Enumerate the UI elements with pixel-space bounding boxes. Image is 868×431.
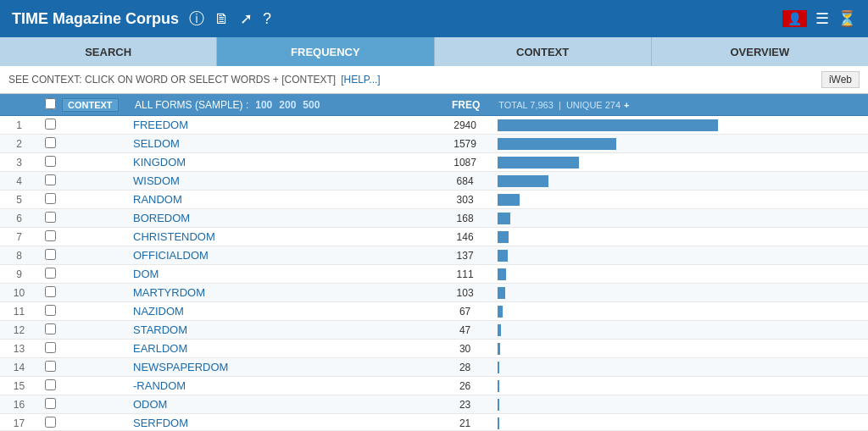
- row-checkbox[interactable]: [45, 156, 56, 167]
- toolbar: SEE CONTEXT: CLICK ON WORD OR SELECT WOR…: [0, 66, 868, 94]
- cell-check[interactable]: [38, 193, 62, 207]
- sample-200-link[interactable]: 200: [279, 99, 296, 111]
- cell-check[interactable]: [38, 137, 62, 151]
- cell-word[interactable]: WISDOM: [130, 174, 437, 187]
- table-header: CONTEXT ALL FORMS (SAMPLE) : 100 200 500…: [0, 94, 868, 116]
- export-icon[interactable]: ➚: [240, 9, 253, 28]
- frequency-bar: [498, 399, 499, 411]
- list-icon[interactable]: ☰: [815, 9, 829, 28]
- cell-check[interactable]: [38, 119, 62, 132]
- table-row: 6 BOREDOM 168: [0, 209, 868, 228]
- cell-freq: 146: [437, 231, 492, 243]
- cell-check[interactable]: [38, 361, 62, 374]
- row-checkbox[interactable]: [45, 417, 56, 428]
- cell-bar-area: [492, 287, 868, 299]
- tab-overview[interactable]: OVERVIEW: [652, 37, 868, 66]
- cell-word[interactable]: NEWSPAPERDOM: [130, 361, 437, 373]
- cell-freq: 30: [437, 343, 492, 355]
- cell-check[interactable]: [38, 305, 62, 318]
- row-checkbox[interactable]: [45, 212, 56, 223]
- nav-tabs: SEARCH FREQUENCY CONTEXT OVERVIEW: [0, 37, 868, 66]
- help-icon[interactable]: ?: [263, 10, 271, 28]
- cell-word[interactable]: STARDOM: [130, 323, 437, 336]
- cell-num: 15: [0, 380, 38, 392]
- row-checkbox[interactable]: [45, 268, 56, 279]
- cell-check[interactable]: [38, 156, 62, 169]
- cell-check[interactable]: [38, 342, 62, 356]
- cell-freq: 26: [437, 380, 492, 392]
- cell-bar-area: [492, 306, 868, 318]
- context-button[interactable]: CONTEXT: [62, 98, 119, 112]
- cell-check[interactable]: [38, 417, 62, 430]
- cell-word[interactable]: NAZIDOM: [130, 305, 437, 318]
- row-checkbox[interactable]: [45, 230, 56, 241]
- cell-freq: 168: [437, 213, 492, 224]
- sample-100-link[interactable]: 100: [255, 99, 272, 111]
- cell-num: 11: [0, 306, 38, 318]
- table-row: 14 NEWSPAPERDOM 28: [0, 358, 868, 377]
- cell-word[interactable]: BOREDOM: [130, 212, 437, 224]
- cell-word[interactable]: -RANDOM: [130, 379, 437, 392]
- cell-bar-area: [492, 324, 868, 336]
- cell-check[interactable]: [38, 212, 62, 225]
- table-row: 11 NAZIDOM 67: [0, 302, 868, 321]
- frequency-bar: [498, 362, 499, 373]
- cell-check[interactable]: [38, 230, 62, 244]
- table-row: 13 EARLDOM 30: [0, 340, 868, 358]
- select-all-checkbox[interactable]: [45, 98, 56, 109]
- cell-word[interactable]: MARTYRDOM: [130, 286, 437, 299]
- frequency-bar: [498, 417, 499, 429]
- cell-word[interactable]: SELDOM: [130, 137, 437, 150]
- cell-word[interactable]: RANDOM: [130, 193, 437, 206]
- cell-word[interactable]: CHRISTENDOM: [130, 230, 437, 243]
- cell-check[interactable]: [38, 174, 62, 188]
- row-checkbox[interactable]: [45, 323, 56, 334]
- cell-word[interactable]: DOM: [130, 268, 437, 280]
- row-checkbox[interactable]: [45, 193, 56, 204]
- user-icon[interactable]: 👤: [782, 10, 807, 27]
- cell-check[interactable]: [38, 398, 62, 412]
- cell-freq: 1579: [437, 138, 492, 150]
- table-row: 8 OFFICIALDOM 137: [0, 246, 868, 265]
- help-link[interactable]: [HELP...]: [341, 74, 380, 86]
- cell-check[interactable]: [38, 323, 62, 337]
- cell-check[interactable]: [38, 249, 62, 262]
- document-icon[interactable]: 🗎: [214, 10, 230, 28]
- cell-word[interactable]: EARLDOM: [130, 342, 437, 355]
- row-checkbox[interactable]: [45, 249, 56, 260]
- cell-freq: 137: [437, 250, 492, 262]
- table-row: 12 STARDOM 47: [0, 321, 868, 340]
- plus-button[interactable]: +: [624, 100, 629, 110]
- row-checkbox[interactable]: [45, 379, 56, 390]
- row-checkbox[interactable]: [45, 119, 56, 130]
- table-row: 10 MARTYRDOM 103: [0, 284, 868, 302]
- cell-word[interactable]: KINGDOM: [130, 156, 437, 169]
- cell-check[interactable]: [38, 379, 62, 393]
- row-checkbox[interactable]: [45, 174, 56, 185]
- col-freq-header: FREQ: [438, 99, 493, 111]
- history-icon[interactable]: ⏳: [837, 9, 856, 28]
- row-checkbox[interactable]: [45, 305, 56, 316]
- info-icon[interactable]: ⓘ: [189, 8, 204, 29]
- sample-500-link[interactable]: 500: [303, 99, 320, 111]
- cell-bar-area: [492, 268, 868, 280]
- tab-frequency[interactable]: FREQUENCY: [217, 37, 434, 66]
- cell-word[interactable]: OFFICIALDOM: [130, 249, 437, 262]
- cell-num: 8: [0, 250, 38, 262]
- row-checkbox[interactable]: [45, 361, 56, 372]
- cell-word[interactable]: SERFDOM: [130, 417, 437, 429]
- cell-num: 14: [0, 362, 38, 373]
- frequency-bar: [498, 343, 500, 355]
- row-checkbox[interactable]: [45, 398, 56, 409]
- tab-search[interactable]: SEARCH: [0, 37, 217, 66]
- row-checkbox[interactable]: [45, 342, 56, 353]
- cell-word[interactable]: ODOM: [130, 398, 437, 411]
- tab-context[interactable]: CONTEXT: [435, 37, 652, 66]
- cell-check[interactable]: [38, 286, 62, 300]
- row-checkbox[interactable]: [45, 286, 56, 297]
- cell-word[interactable]: FREEDOM: [130, 119, 437, 131]
- row-checkbox[interactable]: [45, 137, 56, 148]
- cell-check[interactable]: [38, 268, 62, 281]
- cell-bar-area: [492, 194, 868, 206]
- iweb-button[interactable]: iWeb: [821, 71, 860, 88]
